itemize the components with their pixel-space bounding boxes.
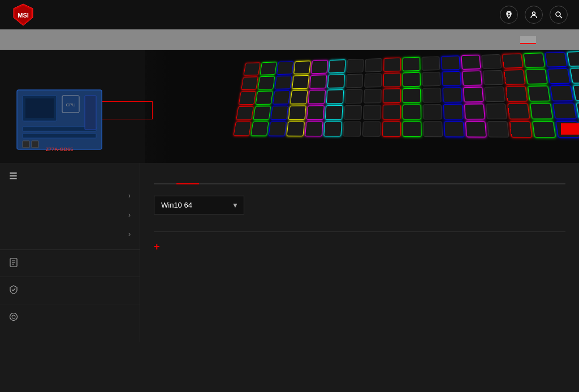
tab-overview[interactable]	[473, 36, 489, 44]
keyboard-key	[260, 62, 277, 75]
tab-where-to-buy[interactable]	[552, 36, 568, 44]
keyboard-key	[311, 60, 328, 74]
driver-section: +	[154, 231, 565, 253]
keyboard-key	[423, 104, 442, 119]
keyboard-key	[323, 122, 342, 137]
svg-rect-14	[85, 96, 96, 130]
os-select-wrapper: Win10 64 Win10 32 Win8.1 64 Win8.1 32 Wi…	[154, 196, 244, 214]
keyboard-key	[326, 89, 344, 104]
keyboard-key	[306, 105, 325, 120]
keyboard-key	[292, 75, 309, 89]
content-tab-driver[interactable]	[176, 174, 199, 184]
keyboard-key	[256, 91, 273, 105]
user-icon-button[interactable]	[525, 6, 543, 24]
tab-gallery[interactable]	[504, 36, 520, 44]
tab-specification[interactable]	[489, 36, 504, 44]
keyboard-key	[465, 121, 487, 137]
keyboard-key	[383, 73, 401, 87]
tab-awards[interactable]	[536, 36, 552, 44]
content-tab-manual[interactable]	[199, 174, 222, 184]
keyboard-visual: // Generate keyboard key divs inline via…	[222, 50, 579, 152]
sidebar-item-contact[interactable]	[0, 304, 140, 331]
keyboard-key	[443, 87, 463, 102]
svg-point-22	[10, 313, 18, 321]
svg-point-4	[533, 12, 535, 15]
keyboard-key	[250, 122, 269, 136]
keyboard-key	[552, 103, 577, 119]
list-icon: ☰	[9, 171, 17, 182]
content-tab-utility[interactable]	[222, 174, 244, 184]
keyboard-key	[423, 121, 443, 137]
svg-rect-16	[32, 141, 38, 148]
sidebar-item-compatibility[interactable]: ›	[0, 225, 140, 244]
keyboard-key	[275, 76, 292, 89]
keyboard-key	[567, 51, 579, 67]
os-select[interactable]: Win10 64 Win10 32 Win8.1 64 Win8.1 32 Wi…	[154, 196, 244, 214]
keyboard-key	[509, 121, 533, 137]
product-header	[0, 29, 579, 50]
keyboard-key	[290, 90, 308, 104]
keyboard-key	[345, 89, 363, 104]
keyboard-key	[422, 57, 440, 71]
keyboard-key	[345, 74, 363, 88]
keyboard-key	[547, 68, 571, 84]
keyboard-key	[444, 121, 464, 137]
keyboard-key	[239, 91, 256, 105]
sidebar-item-warranty[interactable]	[0, 277, 140, 304]
chevron-right-icon: ›	[128, 230, 131, 238]
product-image-area: CPU Z77A-GD65	[11, 87, 107, 157]
sidebar-item-specification[interactable]	[0, 250, 140, 277]
keyboard-key	[293, 61, 310, 74]
keyboard-key	[276, 61, 293, 74]
keyboard-key	[525, 69, 548, 84]
chevron-right-icon: ›	[128, 192, 131, 200]
keyboard-key	[234, 122, 252, 136]
keyboard-key	[570, 68, 579, 84]
keyboard-key	[504, 70, 525, 85]
keyboard-background: // Generate keyboard key divs inline via…	[145, 50, 579, 163]
sidebar-item-ask-question[interactable]: ›	[0, 205, 140, 225]
keyboard-key	[403, 121, 422, 137]
keyboard-key	[403, 57, 420, 71]
location-icon-button[interactable]	[500, 6, 518, 24]
plus-icon: +	[154, 241, 160, 253]
content-panel: Win10 64 Win10 32 Win8.1 64 Win8.1 32 Wi…	[140, 163, 579, 342]
svg-rect-13	[23, 133, 96, 138]
keyboard-key	[305, 122, 323, 136]
tab-support[interactable]	[520, 36, 536, 44]
nav-icons	[500, 6, 568, 24]
content-tab-bios[interactable]	[154, 174, 176, 184]
keyboard-key	[443, 104, 464, 119]
search-icon-button[interactable]	[550, 6, 568, 24]
keyboard-key	[325, 105, 343, 120]
svg-point-5	[556, 12, 560, 16]
keyboard-key	[545, 52, 568, 67]
keyboard-key	[505, 86, 528, 102]
keyboard-key	[481, 54, 502, 69]
register-now-button[interactable]	[561, 123, 579, 135]
keyboard-key	[258, 76, 275, 90]
keyboard-key	[236, 106, 253, 120]
keyboard-key	[550, 85, 574, 101]
keyboard-key	[441, 55, 460, 70]
svg-point-3	[508, 12, 511, 15]
keyboard-key	[463, 87, 483, 102]
keyboard-key	[383, 105, 401, 120]
keyboard-key	[244, 62, 261, 75]
contact-icon	[9, 312, 18, 323]
content-tab-quick-guide[interactable]	[244, 174, 267, 184]
top-navigation: MSI	[0, 0, 579, 29]
keyboard-key	[483, 70, 504, 85]
svg-text:MSI: MSI	[18, 12, 29, 19]
keyboard-key	[288, 106, 306, 120]
motherboard-image: CPU Z77A-GD65	[11, 87, 107, 155]
spec-icon	[9, 258, 18, 269]
sidebar-item-download[interactable]: ›	[0, 186, 140, 205]
logo-area[interactable]: MSI	[11, 3, 40, 27]
keyboard-key	[365, 58, 382, 72]
msi-shield-icon: MSI	[11, 3, 35, 27]
keyboard-key	[487, 121, 509, 137]
driver-section-header[interactable]: +	[154, 241, 565, 253]
keyboard-key	[327, 74, 345, 88]
keyboard-key	[573, 85, 579, 101]
